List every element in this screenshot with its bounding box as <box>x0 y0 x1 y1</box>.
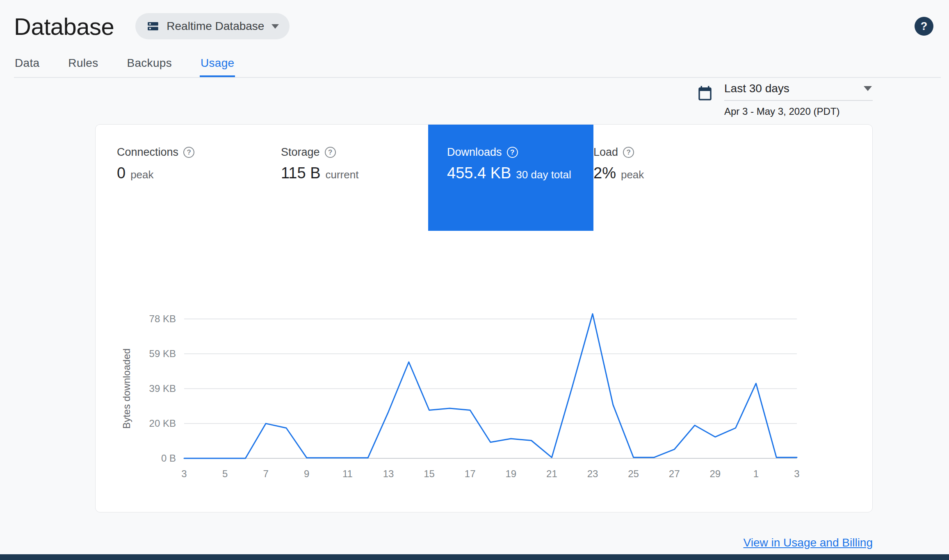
metric-tile-connections[interactable]: Connections ? 0 peak <box>117 125 281 231</box>
metric-tile-storage[interactable]: Storage ? 115 B current <box>281 125 428 231</box>
svg-text:1: 1 <box>753 468 759 479</box>
calendar-icon <box>696 85 714 102</box>
metric-value: 0 <box>117 164 125 182</box>
svg-text:3: 3 <box>794 468 799 479</box>
tab-data[interactable]: Data <box>14 51 40 77</box>
svg-text:0 B: 0 B <box>161 453 176 464</box>
svg-text:19: 19 <box>505 468 516 479</box>
svg-text:21: 21 <box>546 468 557 479</box>
metric-tile-load[interactable]: Load ? 2% peak <box>593 125 757 231</box>
date-range-preset: Last 30 days <box>724 82 789 95</box>
svg-text:Bytes downloaded: Bytes downloaded <box>121 348 132 429</box>
metric-label: Downloads <box>447 146 502 159</box>
metric-label: Storage <box>281 146 320 159</box>
bottom-bar <box>0 554 949 560</box>
svg-text:13: 13 <box>383 468 394 479</box>
tab-bar: Data Rules Backups Usage <box>14 51 941 78</box>
help-button[interactable]: ? <box>915 17 933 36</box>
date-range-preset-row[interactable]: Last 30 days <box>724 81 873 101</box>
metric-tile-downloads[interactable]: Downloads ? 455.4 KB 30 day total <box>428 125 593 231</box>
svg-text:9: 9 <box>304 468 309 479</box>
svg-text:39 KB: 39 KB <box>149 383 176 394</box>
database-selector[interactable]: Realtime Database <box>135 13 290 39</box>
usage-card: Connections ? 0 peak Storage ? 115 B cur… <box>95 124 873 512</box>
svg-text:29: 29 <box>709 468 721 479</box>
svg-text:78 KB: 78 KB <box>149 313 176 324</box>
chevron-down-icon <box>864 86 872 91</box>
metric-title: Downloads ? <box>447 146 593 159</box>
date-range-picker[interactable]: Last 30 days Apr 3 - May 3, 2020 (PDT) <box>696 81 873 117</box>
svg-text:15: 15 <box>424 468 435 479</box>
chevron-down-icon <box>271 24 279 29</box>
metric-value: 115 B <box>281 164 320 182</box>
metric-value: 2% <box>593 164 616 182</box>
metric-value-row: 2% peak <box>593 164 757 182</box>
metric-value-row: 455.4 KB 30 day total <box>447 164 593 182</box>
help-icon[interactable]: ? <box>325 147 336 158</box>
metric-suffix: 30 day total <box>516 168 571 181</box>
metric-suffix: peak <box>130 168 153 181</box>
date-range-body: Last 30 days Apr 3 - May 3, 2020 (PDT) <box>724 81 873 117</box>
svg-text:11: 11 <box>342 468 353 479</box>
tab-rules[interactable]: Rules <box>67 51 99 77</box>
svg-text:5: 5 <box>222 468 228 479</box>
help-icon[interactable]: ? <box>183 147 194 158</box>
metric-title: Storage ? <box>281 146 428 159</box>
tab-backups[interactable]: Backups <box>126 51 173 77</box>
page-header: Database Realtime Database ? <box>0 0 949 48</box>
usage-line-chart: 0 B20 KB39 KB59 KB78 KB35791113151719212… <box>96 266 873 487</box>
database-selector-label: Realtime Database <box>167 20 264 33</box>
metric-value-row: 0 peak <box>117 164 281 182</box>
metric-suffix: peak <box>621 168 644 181</box>
view-usage-billing-link[interactable]: View in Usage and Billing <box>744 536 873 549</box>
metric-value: 455.4 KB <box>447 164 511 182</box>
svg-text:59 KB: 59 KB <box>149 348 176 359</box>
metric-label: Connections <box>117 146 178 159</box>
date-range-dates: Apr 3 - May 3, 2020 (PDT) <box>724 101 873 117</box>
metric-value-row: 115 B current <box>281 164 428 182</box>
svg-text:20 KB: 20 KB <box>149 418 176 429</box>
help-icon[interactable]: ? <box>623 147 634 158</box>
svg-text:23: 23 <box>587 468 598 479</box>
svg-text:27: 27 <box>669 468 680 479</box>
metric-tiles: Connections ? 0 peak Storage ? 115 B cur… <box>96 125 872 231</box>
metric-title: Connections ? <box>117 146 281 159</box>
tab-usage[interactable]: Usage <box>200 51 235 77</box>
footer-row: View in Usage and Billing <box>95 536 873 549</box>
metric-label: Load <box>593 146 618 159</box>
metric-title: Load ? <box>593 146 757 159</box>
database-icon <box>146 19 160 33</box>
help-icon[interactable]: ? <box>507 147 518 158</box>
svg-text:17: 17 <box>465 468 476 479</box>
page-title: Database <box>14 13 114 40</box>
svg-text:3: 3 <box>181 468 187 479</box>
svg-text:25: 25 <box>628 468 639 479</box>
svg-text:7: 7 <box>263 468 269 479</box>
metric-suffix: current <box>325 168 358 181</box>
